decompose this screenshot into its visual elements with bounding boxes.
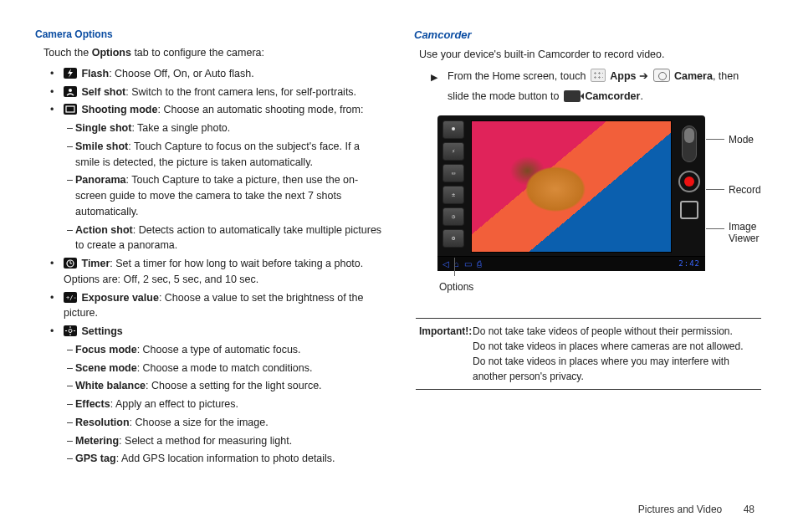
device-figure: ⚡ ▭ ± ◷ ⚙ ◁ ⌂ ▭ ⎙ <box>414 115 763 271</box>
effects-item: Effects: Apply an effect to pictures. <box>67 396 384 412</box>
desc: : Choose a setting for the light source. <box>146 380 322 391</box>
actionshot-item: Action shot: Detects action to automatic… <box>67 223 384 254</box>
svg-point-0 <box>69 89 72 92</box>
svg-text:+/-: +/- <box>66 294 77 301</box>
options-callout: Options <box>439 279 473 294</box>
gear-icon <box>64 325 77 336</box>
desc: : Switch to the front camera lens, for s… <box>125 86 356 98</box>
label: Timer <box>81 258 110 269</box>
whitebalance-item: White balance: Choose a setting for the … <box>67 378 384 394</box>
settings-item: Settings Focus mode: Choose a type of au… <box>43 324 384 467</box>
lead-line <box>706 189 724 190</box>
timer-item: Timer: Set a timer for how long to wait … <box>43 256 384 288</box>
label: Metering <box>75 435 119 447</box>
settings-button[interactable]: ⚙ <box>442 229 464 248</box>
camcorder-header: Camcorder <box>414 27 763 43</box>
nav-keys: ◁ ⌂ ▭ ⎙ <box>442 258 482 270</box>
important-note: Important!: Do not take take videos of p… <box>416 318 761 390</box>
footer-section: Pictures and Video <box>638 504 723 515</box>
flash-icon <box>64 68 77 79</box>
timer-icon <box>64 258 77 269</box>
text: Viewer <box>729 233 759 244</box>
camcorder-preview <box>471 120 672 253</box>
record-button[interactable] <box>678 171 700 192</box>
camcorder-intro: Use your device's built-in Camcorder to … <box>419 47 763 63</box>
camera-options-header: Camera Options <box>35 27 384 42</box>
desc: : Take a single photo. <box>131 122 230 134</box>
important-body: Do not take take videos of people withou… <box>473 324 758 384</box>
timer-button[interactable]: ◷ <box>442 207 464 226</box>
camera-icon <box>653 69 670 82</box>
exposure-button[interactable]: ± <box>442 186 464 204</box>
label: GPS tag <box>75 453 116 464</box>
text: . <box>640 90 642 102</box>
flash-button[interactable]: ⚡ <box>442 142 464 161</box>
exposure-icon: +/- <box>64 292 77 303</box>
camcorder-label: Camcorder <box>585 90 640 102</box>
footer-page-number: 48 <box>744 504 755 515</box>
text: tab to configure the camera: <box>131 47 264 59</box>
label: Exposure value <box>81 292 158 304</box>
singleshot-item: Single shot: Take a single photo. <box>67 120 384 136</box>
recent-icon[interactable]: ▭ <box>464 258 472 270</box>
label: Resolution <box>75 417 130 428</box>
record-callout: Record <box>729 182 761 197</box>
camcorder-step: From the Home screen, touch Apps ➔ Camer… <box>422 67 763 107</box>
label: Smile shot <box>75 141 128 152</box>
screenshot-icon[interactable]: ⎙ <box>477 258 482 270</box>
svg-point-6 <box>69 330 72 333</box>
camera-intro: Touch the Options tab to configure the c… <box>43 45 384 61</box>
back-icon[interactable]: ◁ <box>442 258 449 270</box>
focusmode-item: Focus mode: Choose a type of automatic f… <box>67 342 384 358</box>
selfshot-item: Self shot: Switch to the front camera le… <box>43 84 384 100</box>
desc: : Apply an effect to pictures. <box>110 398 238 410</box>
panorama-item: Panorama: Touch Capture to take a pictur… <box>67 172 384 219</box>
label: Shooting mode <box>81 104 157 115</box>
label: Action shot <box>75 224 133 236</box>
desc: : Choose a type of automatic focus. <box>137 344 301 356</box>
svg-rect-1 <box>66 106 74 112</box>
camcorder-left-toolbar: ⚡ ▭ ± ◷ ⚙ <box>442 120 464 248</box>
clock-display: 2:42 <box>678 258 700 270</box>
metering-item: Metering: Select a method for measuring … <box>67 433 384 449</box>
text: Image <box>729 221 756 233</box>
smileshot-item: Smile shot: Touch Capture to focus on th… <box>67 139 384 171</box>
arrow-glyph: ➔ <box>637 70 652 82</box>
text: Do not take videos in places where camer… <box>473 339 758 354</box>
label: Scene mode <box>75 362 137 374</box>
lead-line <box>454 258 455 276</box>
text: Do not take take videos of people withou… <box>473 324 758 339</box>
recmode-button[interactable]: ▭ <box>442 164 464 182</box>
mode-callout: Mode <box>729 132 754 147</box>
device-mockup: ⚡ ▭ ± ◷ ⚙ ◁ ⌂ ▭ ⎙ <box>437 115 705 271</box>
label: Self shot <box>81 86 125 98</box>
mode-toggle[interactable] <box>682 125 697 162</box>
desc: : Choose a size for the image. <box>130 417 269 428</box>
image-viewer-button[interactable] <box>680 201 698 219</box>
camera-options-column: Camera Options Touch the Options tab to … <box>35 27 384 469</box>
viewer-callout: Image Viewer <box>729 221 759 245</box>
label: Settings <box>81 325 122 337</box>
shootmode-icon <box>64 104 77 115</box>
label: Effects <box>75 398 110 410</box>
camcorder-icon <box>564 90 581 102</box>
apps-label: Apps <box>610 70 636 82</box>
text: Do not take videos in places where you m… <box>473 354 758 384</box>
flash-item: Flash: Choose Off, On, or Auto flash. <box>43 66 384 82</box>
label: Flash <box>81 68 109 79</box>
desc: : Choose an automatic shooting mode, fro… <box>157 104 363 115</box>
label: Focus mode <box>75 344 137 356</box>
camcorder-column: Camcorder Use your device's built-in Cam… <box>414 27 763 469</box>
scenemode-item: Scene mode: Choose a mode to match condi… <box>67 361 384 376</box>
apps-grid-icon <box>591 69 606 82</box>
resolution-item: Resolution: Choose a size for the image. <box>67 415 384 431</box>
options-list: Flash: Choose Off, On, or Auto flash. Se… <box>43 66 384 467</box>
label: Panorama <box>75 174 125 186</box>
device-navbar: ◁ ⌂ ▭ ⎙ 2:42 <box>437 256 705 271</box>
text: Touch the <box>43 47 92 59</box>
label: Single shot <box>75 122 131 134</box>
important-heading: Important!: <box>419 324 473 384</box>
lead-line <box>706 228 724 229</box>
desc: : Choose Off, On, or Auto flash. <box>109 68 253 79</box>
selfshot-button[interactable] <box>442 120 464 139</box>
